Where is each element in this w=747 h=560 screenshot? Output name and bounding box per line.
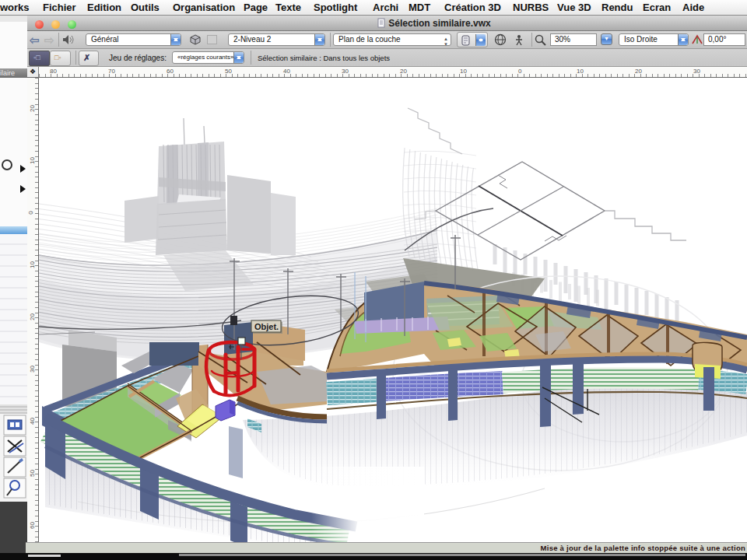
svg-text:Objet.: Objet. xyxy=(254,322,279,331)
